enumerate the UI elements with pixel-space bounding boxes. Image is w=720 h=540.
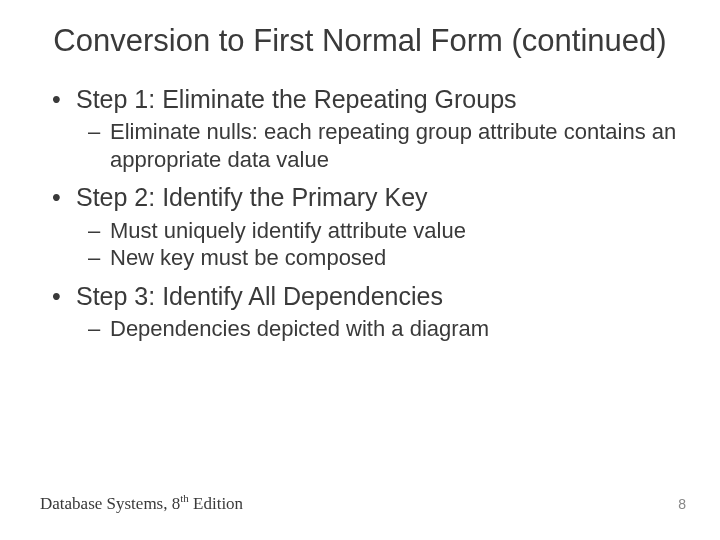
step-2-line: • Step 2: Identify the Primary Key	[46, 181, 680, 214]
dash-icon: –	[88, 118, 110, 146]
sub-label: Dependencies depicted with a diagram	[110, 315, 489, 343]
bullet-icon: •	[46, 280, 76, 313]
list-item: – Dependencies depicted with a diagram	[88, 315, 680, 343]
step-1-line: • Step 1: Eliminate the Repeating Groups	[46, 83, 680, 116]
list-item: – Must uniquely identify attribute value	[88, 217, 680, 245]
footer-book-title: Database Systems, 8	[40, 494, 180, 513]
list-item: – Eliminate nulls: each repeating group …	[88, 118, 680, 173]
dash-icon: –	[88, 315, 110, 343]
step-3-subs: – Dependencies depicted with a diagram	[46, 315, 680, 343]
list-item: – New key must be composed	[88, 244, 680, 272]
step-2-label: Step 2: Identify the Primary Key	[76, 181, 428, 214]
sub-label: New key must be composed	[110, 244, 386, 272]
sub-label: Eliminate nulls: each repeating group at…	[110, 118, 680, 173]
footer-edition: Edition	[189, 494, 243, 513]
sub-label: Must uniquely identify attribute value	[110, 217, 466, 245]
content-area: • Step 1: Eliminate the Repeating Groups…	[40, 83, 680, 343]
page-number: 8	[678, 496, 686, 512]
step-1-label: Step 1: Eliminate the Repeating Groups	[76, 83, 517, 116]
step-3: • Step 3: Identify All Dependencies – De…	[46, 280, 680, 343]
bullet-icon: •	[46, 181, 76, 214]
slide-title: Conversion to First Normal Form (continu…	[40, 22, 680, 61]
footer-ordinal: th	[180, 492, 189, 504]
step-3-line: • Step 3: Identify All Dependencies	[46, 280, 680, 313]
step-2-subs: – Must uniquely identify attribute value…	[46, 217, 680, 272]
step-1-subs: – Eliminate nulls: each repeating group …	[46, 118, 680, 173]
bullet-icon: •	[46, 83, 76, 116]
step-3-label: Step 3: Identify All Dependencies	[76, 280, 443, 313]
slide: Conversion to First Normal Form (continu…	[0, 0, 720, 540]
footer-book: Database Systems, 8th Edition	[40, 492, 243, 514]
step-2: • Step 2: Identify the Primary Key – Mus…	[46, 181, 680, 272]
dash-icon: –	[88, 217, 110, 245]
dash-icon: –	[88, 244, 110, 272]
step-1: • Step 1: Eliminate the Repeating Groups…	[46, 83, 680, 174]
